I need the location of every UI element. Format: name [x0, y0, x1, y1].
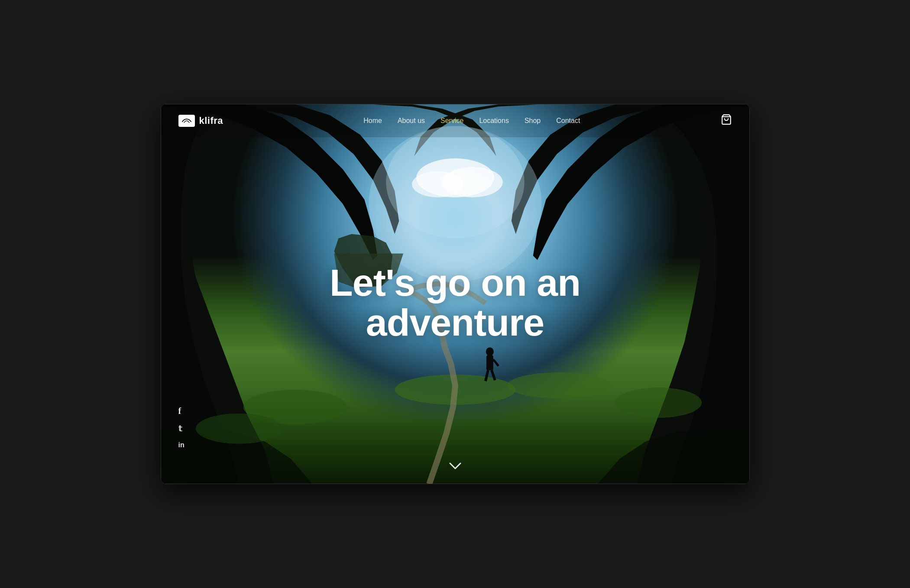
svg-rect-10: [486, 355, 493, 370]
svg-point-1: [195, 414, 282, 444]
logo-icon: [178, 115, 195, 127]
svg-line-14: [493, 359, 498, 366]
social-linkedin[interactable]: in: [178, 441, 185, 449]
person-silhouette: [485, 347, 498, 381]
nav-link-locations[interactable]: Locations: [479, 117, 509, 124]
cart-icon[interactable]: [721, 114, 732, 128]
nav-link-about[interactable]: About us: [398, 117, 425, 124]
nav-item-shop[interactable]: Shop: [525, 117, 541, 125]
nav-item-home[interactable]: Home: [363, 117, 382, 125]
scroll-down-button[interactable]: [449, 460, 461, 473]
svg-point-11: [486, 347, 493, 356]
hero-title: Let's go on an adventure: [234, 263, 676, 343]
nav-link-service[interactable]: Service: [440, 117, 463, 124]
brand-name: klifra: [199, 115, 223, 126]
svg-point-4: [615, 388, 702, 418]
svg-point-9: [412, 171, 464, 197]
nav-links: Home About us Service Locations Shop Con…: [363, 117, 580, 125]
hero-content: Let's go on an adventure: [234, 263, 676, 343]
browser-frame: klifra Home About us Service Locations S…: [161, 104, 750, 484]
nav-link-contact[interactable]: Contact: [556, 117, 580, 124]
social-links: f 𝕥 in: [178, 406, 185, 449]
nav-link-home[interactable]: Home: [363, 117, 382, 124]
logo[interactable]: klifra: [178, 115, 223, 127]
nav-link-shop[interactable]: Shop: [525, 117, 541, 124]
nav-item-service[interactable]: Service: [440, 117, 463, 125]
nav-item-about[interactable]: About us: [398, 117, 425, 125]
social-twitter[interactable]: 𝕥: [178, 424, 185, 433]
navbar: klifra Home About us Service Locations S…: [161, 104, 749, 137]
nav-item-locations[interactable]: Locations: [479, 117, 509, 125]
social-facebook[interactable]: f: [178, 406, 185, 416]
hero-section: klifra Home About us Service Locations S…: [161, 104, 749, 484]
nav-item-contact[interactable]: Contact: [556, 117, 580, 125]
svg-point-3: [507, 372, 611, 398]
